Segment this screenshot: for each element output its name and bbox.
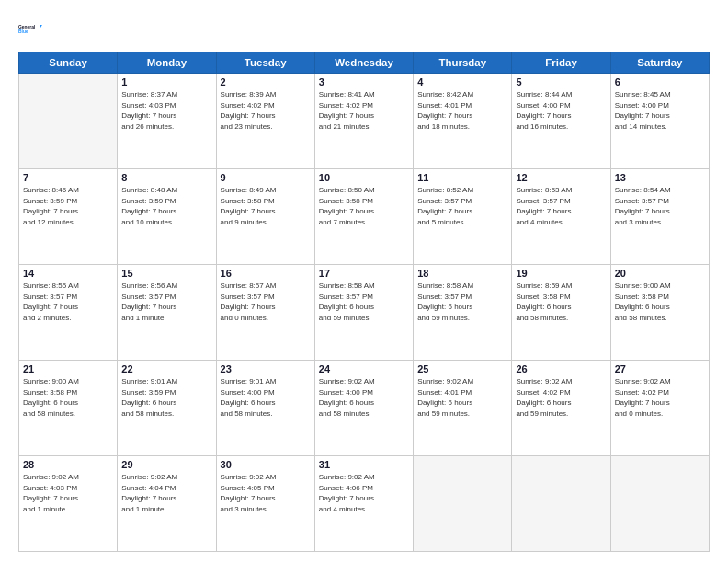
calendar-table: SundayMondayTuesdayWednesdayThursdayFrid…	[18, 52, 710, 552]
calendar-day-cell: 6Sunrise: 8:45 AMSunset: 4:00 PMDaylight…	[610, 74, 709, 169]
day-number: 5	[516, 76, 606, 87]
header: General Blue	[18, 17, 710, 42]
calendar-week-row: 28Sunrise: 9:02 AMSunset: 4:03 PMDayligh…	[19, 456, 710, 552]
day-info: Sunrise: 9:02 AMSunset: 4:02 PMDaylight:…	[615, 376, 705, 419]
day-number: 29	[121, 459, 211, 470]
calendar-day-cell	[414, 456, 512, 552]
day-number: 26	[516, 363, 606, 374]
calendar-day-cell: 27Sunrise: 9:02 AMSunset: 4:02 PMDayligh…	[610, 361, 709, 456]
day-info: Sunrise: 9:00 AMSunset: 3:58 PMDaylight:…	[615, 281, 705, 323]
day-info: Sunrise: 8:44 AMSunset: 4:00 PMDaylight:…	[516, 89, 606, 132]
calendar-day-cell: 10Sunrise: 8:50 AMSunset: 3:58 PMDayligh…	[314, 169, 413, 265]
calendar-day-cell: 17Sunrise: 8:58 AMSunset: 3:57 PMDayligh…	[314, 265, 413, 361]
day-info: Sunrise: 9:01 AMSunset: 4:00 PMDaylight:…	[221, 376, 311, 419]
day-info: Sunrise: 8:55 AMSunset: 3:57 PMDaylight:…	[23, 281, 113, 323]
day-number: 12	[516, 172, 606, 183]
svg-marker-2	[40, 25, 42, 29]
weekday-header-cell: Saturday	[610, 52, 709, 74]
day-info: Sunrise: 8:42 AMSunset: 4:01 PMDaylight:…	[417, 89, 507, 132]
calendar-day-cell: 19Sunrise: 8:59 AMSunset: 3:58 PMDayligh…	[512, 265, 610, 361]
weekday-header-cell: Sunday	[19, 52, 118, 74]
day-info: Sunrise: 8:50 AMSunset: 3:58 PMDaylight:…	[319, 185, 409, 227]
day-info: Sunrise: 8:37 AMSunset: 4:03 PMDaylight:…	[121, 89, 211, 132]
day-number: 15	[121, 268, 211, 279]
day-number: 13	[615, 172, 705, 183]
calendar-day-cell: 18Sunrise: 8:58 AMSunset: 3:57 PMDayligh…	[414, 265, 512, 361]
day-info: Sunrise: 9:02 AMSunset: 4:01 PMDaylight:…	[417, 376, 507, 419]
calendar-day-cell: 2Sunrise: 8:39 AMSunset: 4:02 PMDaylight…	[216, 74, 314, 169]
day-number: 4	[417, 76, 507, 87]
day-number: 7	[23, 172, 113, 183]
calendar-day-cell: 24Sunrise: 9:02 AMSunset: 4:00 PMDayligh…	[314, 361, 413, 456]
day-info: Sunrise: 9:02 AMSunset: 4:06 PMDaylight:…	[319, 472, 409, 514]
calendar-day-cell	[610, 456, 709, 552]
calendar-day-cell: 30Sunrise: 9:02 AMSunset: 4:05 PMDayligh…	[216, 456, 314, 552]
svg-text:General: General	[18, 25, 36, 29]
day-number: 30	[221, 459, 311, 470]
page: General Blue SundayMondayTuesdayWednesda…	[0, 0, 728, 563]
day-info: Sunrise: 8:48 AMSunset: 3:59 PMDaylight:…	[121, 185, 211, 227]
day-number: 22	[121, 363, 211, 374]
calendar-day-cell: 25Sunrise: 9:02 AMSunset: 4:01 PMDayligh…	[414, 361, 512, 456]
day-number: 11	[417, 172, 507, 183]
calendar-day-cell: 23Sunrise: 9:01 AMSunset: 4:00 PMDayligh…	[216, 361, 314, 456]
logo: General Blue	[18, 17, 44, 42]
calendar-week-row: 21Sunrise: 9:00 AMSunset: 3:58 PMDayligh…	[19, 361, 710, 456]
calendar-week-row: 7Sunrise: 8:46 AMSunset: 3:59 PMDaylight…	[19, 169, 710, 265]
calendar-day-cell: 28Sunrise: 9:02 AMSunset: 4:03 PMDayligh…	[19, 456, 118, 552]
calendar-day-cell	[512, 456, 610, 552]
day-number: 28	[23, 459, 113, 470]
day-number: 21	[23, 363, 113, 374]
calendar-day-cell	[19, 74, 118, 169]
day-number: 1	[121, 76, 211, 87]
day-number: 19	[516, 268, 606, 279]
calendar-day-cell: 21Sunrise: 9:00 AMSunset: 3:58 PMDayligh…	[19, 361, 118, 456]
day-info: Sunrise: 8:56 AMSunset: 3:57 PMDaylight:…	[121, 281, 211, 323]
day-info: Sunrise: 8:46 AMSunset: 3:59 PMDaylight:…	[23, 185, 113, 227]
day-info: Sunrise: 9:02 AMSunset: 4:02 PMDaylight:…	[516, 376, 606, 419]
calendar-body: 1Sunrise: 8:37 AMSunset: 4:03 PMDaylight…	[19, 74, 710, 552]
day-number: 31	[319, 459, 409, 470]
day-info: Sunrise: 8:45 AMSunset: 4:00 PMDaylight:…	[615, 89, 705, 132]
calendar-week-row: 1Sunrise: 8:37 AMSunset: 4:03 PMDaylight…	[19, 74, 710, 169]
day-info: Sunrise: 9:02 AMSunset: 4:05 PMDaylight:…	[221, 472, 311, 514]
calendar-day-cell: 1Sunrise: 8:37 AMSunset: 4:03 PMDaylight…	[118, 74, 216, 169]
calendar-day-cell: 8Sunrise: 8:48 AMSunset: 3:59 PMDaylight…	[118, 169, 216, 265]
weekday-header-row: SundayMondayTuesdayWednesdayThursdayFrid…	[19, 52, 710, 74]
day-number: 9	[221, 172, 311, 183]
calendar-day-cell: 16Sunrise: 8:57 AMSunset: 3:57 PMDayligh…	[216, 265, 314, 361]
day-info: Sunrise: 8:52 AMSunset: 3:57 PMDaylight:…	[417, 185, 507, 227]
day-number: 25	[417, 363, 507, 374]
calendar-day-cell: 9Sunrise: 8:49 AMSunset: 3:58 PMDaylight…	[216, 169, 314, 265]
calendar-day-cell: 15Sunrise: 8:56 AMSunset: 3:57 PMDayligh…	[118, 265, 216, 361]
calendar-day-cell: 5Sunrise: 8:44 AMSunset: 4:00 PMDaylight…	[512, 74, 610, 169]
day-number: 2	[221, 76, 311, 87]
calendar-week-row: 14Sunrise: 8:55 AMSunset: 3:57 PMDayligh…	[19, 265, 710, 361]
calendar-day-cell: 11Sunrise: 8:52 AMSunset: 3:57 PMDayligh…	[414, 169, 512, 265]
day-info: Sunrise: 8:58 AMSunset: 3:57 PMDaylight:…	[417, 281, 507, 323]
day-info: Sunrise: 8:53 AMSunset: 3:57 PMDaylight:…	[516, 185, 606, 227]
day-info: Sunrise: 8:49 AMSunset: 3:58 PMDaylight:…	[221, 185, 311, 227]
calendar-day-cell: 3Sunrise: 8:41 AMSunset: 4:02 PMDaylight…	[314, 74, 413, 169]
calendar-day-cell: 22Sunrise: 9:01 AMSunset: 3:59 PMDayligh…	[118, 361, 216, 456]
logo-icon: General Blue	[18, 17, 44, 42]
calendar-day-cell: 13Sunrise: 8:54 AMSunset: 3:57 PMDayligh…	[610, 169, 709, 265]
weekday-header-cell: Friday	[512, 52, 610, 74]
day-number: 20	[615, 268, 705, 279]
day-number: 16	[221, 268, 311, 279]
day-number: 24	[319, 363, 409, 374]
day-number: 17	[319, 268, 409, 279]
weekday-header-cell: Monday	[118, 52, 216, 74]
day-number: 3	[319, 76, 409, 87]
day-number: 10	[319, 172, 409, 183]
day-info: Sunrise: 8:54 AMSunset: 3:57 PMDaylight:…	[615, 185, 705, 227]
day-info: Sunrise: 9:01 AMSunset: 3:59 PMDaylight:…	[121, 376, 211, 419]
day-info: Sunrise: 9:02 AMSunset: 4:04 PMDaylight:…	[121, 472, 211, 514]
calendar-day-cell: 7Sunrise: 8:46 AMSunset: 3:59 PMDaylight…	[19, 169, 118, 265]
calendar-day-cell: 4Sunrise: 8:42 AMSunset: 4:01 PMDaylight…	[414, 74, 512, 169]
svg-text:Blue: Blue	[18, 29, 28, 34]
calendar-day-cell: 20Sunrise: 9:00 AMSunset: 3:58 PMDayligh…	[610, 265, 709, 361]
weekday-header-cell: Thursday	[414, 52, 512, 74]
day-info: Sunrise: 9:02 AMSunset: 4:00 PMDaylight:…	[319, 376, 409, 419]
calendar-day-cell: 26Sunrise: 9:02 AMSunset: 4:02 PMDayligh…	[512, 361, 610, 456]
